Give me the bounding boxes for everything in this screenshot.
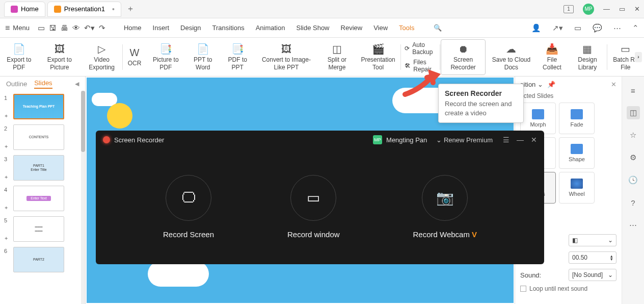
sr-record-window[interactable]: ▭ Record window	[287, 175, 340, 239]
quick-access-toolbar: ▭ 🖫 🖶 👁 ↶▾ ↷	[38, 23, 105, 33]
close-panel-icon[interactable]: ✕	[611, 81, 616, 88]
rail-history-icon[interactable]: 🕓	[627, 173, 640, 187]
tab-document[interactable]: Presentation1 •	[47, 2, 121, 17]
menu-tab-slideshow[interactable]: Slide Show	[296, 24, 329, 32]
thumb-scrollbar[interactable]	[81, 91, 85, 304]
sr-menu-icon[interactable]: ☰	[503, 136, 509, 144]
ribbon-scroll-right[interactable]: ›	[635, 52, 642, 62]
close-button[interactable]: ✕	[634, 5, 640, 13]
sound-dropdown[interactable]: [No Sound]⌄	[569, 269, 616, 281]
undo-icon[interactable]: ↶▾	[84, 23, 95, 33]
chat-icon[interactable]: 💬	[593, 23, 602, 33]
tab-modified-icon: •	[112, 5, 115, 13]
video-icon: ▷	[98, 43, 105, 55]
loop-checkbox[interactable]: Loop until next sound	[520, 285, 616, 292]
menu-tab-animation[interactable]: Animation	[256, 24, 285, 32]
rail-transition-icon[interactable]: ◫	[627, 106, 640, 119]
tooltip-title: Screen Recorder	[445, 89, 517, 97]
rib-presentation-tool[interactable]: 🎬Presentation Tool	[356, 38, 400, 76]
menu-tab-transitions[interactable]: Transitions	[212, 24, 245, 32]
collapse-icon[interactable]: ⌃	[632, 23, 639, 33]
search-icon[interactable]: 🔍	[434, 24, 442, 32]
rib-design-library[interactable]: ▦Design Library	[568, 38, 607, 76]
rib-cloud-docs[interactable]: ☁Save to Cloud Docs	[487, 38, 536, 76]
maximize-button[interactable]: ▭	[619, 5, 625, 13]
pdf-ppt-icon: 📑	[231, 43, 244, 55]
record-icon	[103, 136, 110, 143]
thumb-2[interactable]: CONTENTS	[13, 124, 64, 150]
trans-fade[interactable]: Fade	[559, 103, 595, 134]
rail-settings-icon[interactable]: ⚙	[627, 151, 640, 164]
slides-tab[interactable]: Slides	[34, 79, 52, 89]
rib-ocr[interactable]: WOCR	[123, 38, 146, 76]
annotation-arrow-icon	[403, 66, 443, 97]
sr-record-webcam[interactable]: 📷 Record WebcamV	[413, 175, 477, 239]
screen-counter[interactable]: 1	[564, 5, 574, 13]
menu-label[interactable]: Menu	[13, 24, 30, 32]
save-icon[interactable]: 🖫	[49, 23, 57, 33]
rib-split-merge[interactable]: ◫Split or Merge	[318, 38, 356, 76]
rail-star-icon[interactable]: ☆	[627, 129, 640, 142]
thumb-1[interactable]: Teaching Plan PPT	[13, 94, 64, 119]
share-icon[interactable]: 👤	[531, 23, 541, 33]
menu-tab-view[interactable]: View	[373, 24, 388, 32]
rail-collapse-icon[interactable]: ≡	[627, 84, 640, 97]
rib-file-collect[interactable]: 📥File Collect	[536, 38, 568, 76]
outline-tab[interactable]: Outline	[6, 80, 27, 88]
rib-screen-recorder[interactable]: ⏺Screen Recorder	[441, 39, 486, 75]
tab-home[interactable]: Home	[4, 2, 45, 17]
speed-input[interactable]: 00.50▴▾	[569, 251, 616, 264]
sr-close-icon[interactable]: ✕	[531, 136, 537, 144]
effect-options-dropdown[interactable]: ◧⌄	[569, 234, 616, 246]
minimize-button[interactable]: —	[603, 5, 610, 13]
sr-renew-premium[interactable]: ⌄ Renew Premium	[436, 136, 493, 144]
rib-pdf-to-ppt[interactable]: 📑PDF to PPT	[221, 38, 254, 76]
thumb-3[interactable]: PART1Enter Title	[13, 155, 64, 181]
collapse-left-icon[interactable]: ◀	[75, 81, 79, 87]
anim-icon: ✦	[4, 205, 10, 211]
rib-export-pdf[interactable]: 📄Export to PDF	[0, 38, 38, 76]
sr-minimize-icon[interactable]: —	[517, 136, 524, 144]
rib-pic-to-pdf[interactable]: 📑Picture to PDF	[146, 38, 185, 76]
sr-user-avatar[interactable]: MP	[373, 135, 382, 144]
split-icon: ◫	[332, 43, 342, 55]
menu-tab-home[interactable]: Home	[124, 24, 142, 32]
cloud-icon: ☁	[506, 43, 516, 55]
hamburger-icon[interactable]: ≡	[5, 23, 10, 33]
premium-badge: V	[472, 230, 477, 239]
sr-titlebar: Screen Recorder MP Mengting Pan ⌄ Renew …	[96, 131, 544, 149]
rib-video-export[interactable]: ▷Video Exporting	[81, 38, 122, 76]
rib-convert-imagelike[interactable]: 🖼Convert to Image-Like PPT	[254, 38, 318, 76]
ribbon: 📄Export to PDF 🖼Export to Picture ▷Video…	[0, 38, 644, 77]
cloud-icon[interactable]: ▭	[574, 23, 581, 33]
menu-tab-design[interactable]: Design	[180, 24, 201, 32]
thumb-4[interactable]: Enter Text	[13, 186, 64, 211]
sr-username: Mengting Pan	[386, 136, 427, 144]
menu-tab-review[interactable]: Review	[341, 24, 363, 32]
add-tab-button[interactable]: ＋	[126, 4, 135, 14]
trans-morph[interactable]: Morph	[520, 103, 556, 134]
pin-icon[interactable]: 📌	[547, 81, 555, 88]
trans-wheel[interactable]: Wheel	[559, 172, 595, 204]
redo-icon[interactable]: ↷	[99, 23, 105, 33]
menu-tab-tools[interactable]: Tools	[399, 24, 414, 32]
preview-icon[interactable]: 👁	[72, 23, 80, 33]
menu-tab-insert[interactable]: Insert	[153, 24, 170, 32]
fade-icon	[571, 109, 583, 119]
open-icon[interactable]: ▭	[38, 23, 45, 33]
monitor-icon: 🖵	[181, 189, 196, 206]
user-avatar[interactable]: MP	[583, 4, 594, 15]
rail-help-icon[interactable]: ?	[627, 196, 640, 209]
title-bar: Home Presentation1 • ＋ 1 MP — ▭ ✕	[0, 0, 644, 18]
rib-export-picture[interactable]: 🖼Export to Picture	[38, 38, 81, 76]
more-icon[interactable]: ⋯	[613, 23, 621, 33]
print-icon[interactable]: 🖶	[61, 23, 68, 33]
rail-more-icon[interactable]: ⋯	[627, 218, 640, 232]
rib-auto-backup[interactable]: ⟳Auto Backup	[405, 41, 435, 56]
thumb-6[interactable]: PART2	[13, 247, 64, 272]
rib-ppt-to-word[interactable]: 📄PPT to Word	[185, 38, 221, 76]
sr-record-screen[interactable]: 🖵 Record Screen	[163, 175, 214, 239]
export-icon[interactable]: ↗▾	[552, 23, 563, 33]
thumb-5[interactable]: ══════	[13, 216, 64, 242]
trans-shape[interactable]: Shape	[559, 137, 595, 169]
